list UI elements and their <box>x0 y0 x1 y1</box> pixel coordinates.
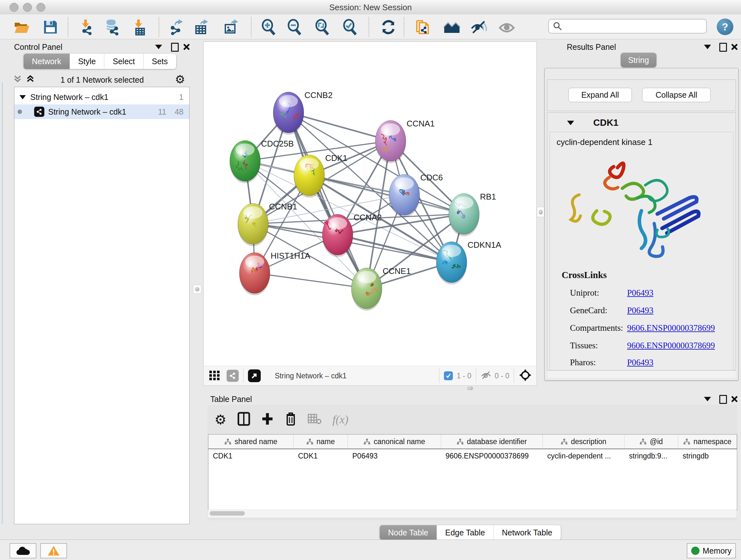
import-table-icon[interactable] <box>130 18 148 36</box>
table-settings-gear-icon[interactable]: ⚙ <box>214 412 226 428</box>
crosslink-compartments-link[interactable]: 9606.ENSP00000378699 <box>627 323 715 333</box>
crosslink-uniprot-link[interactable]: P06493 <box>627 288 654 298</box>
network-node[interactable]: HIST1H1A <box>239 251 311 295</box>
results-panel-float-icon[interactable] <box>719 43 727 52</box>
clone-network-icon[interactable] <box>414 18 431 36</box>
network-row-selected[interactable]: String Network – cdk1 11 48 <box>14 105 189 119</box>
network-edge[interactable] <box>338 235 452 262</box>
import-network-icon[interactable] <box>77 18 95 36</box>
table-cell[interactable]: stringdb:9... <box>624 449 678 462</box>
table-cell[interactable]: P06493 <box>348 449 441 462</box>
search-input[interactable] <box>548 19 707 34</box>
crosslink-tissues-link[interactable]: 9606.ENSP00000378699 <box>627 341 715 351</box>
open-session-icon[interactable] <box>13 18 30 36</box>
network-node[interactable]: CDC25B <box>230 139 294 183</box>
results-scrollbar[interactable] <box>548 370 735 378</box>
network-tree: String Network – cdk1 1 String Network –… <box>14 87 190 524</box>
table-scrollbar-thumb[interactable] <box>210 511 245 516</box>
save-session-icon[interactable] <box>42 18 59 36</box>
table-cell[interactable]: CDK1 <box>293 449 348 462</box>
network-options-gear-icon[interactable]: ⚙ <box>175 73 185 86</box>
export-network-icon[interactable] <box>167 18 185 36</box>
zoom-in-icon[interactable] <box>260 18 278 36</box>
zoom-selected-icon[interactable] <box>341 18 359 36</box>
hidden-node-edge-counts: 0 - 0 <box>495 372 509 380</box>
table-panel-collapse-icon[interactable] <box>704 397 711 401</box>
export-table-icon[interactable] <box>192 18 210 36</box>
zoom-out-icon[interactable] <box>286 18 304 36</box>
tab-style[interactable]: Style <box>70 54 105 69</box>
birdseye-grid-icon[interactable] <box>209 369 220 382</box>
network-node[interactable]: RB1 <box>449 192 496 236</box>
export-image-icon[interactable] <box>222 18 240 36</box>
network-collection-row[interactable]: String Network – cdk1 1 <box>14 90 189 105</box>
help-icon[interactable]: ? <box>717 18 733 35</box>
memory-button[interactable]: Memory <box>687 543 736 558</box>
add-column-icon[interactable] <box>261 412 274 427</box>
memory-label: Memory <box>703 546 731 556</box>
cloud-status-button[interactable] <box>10 543 37 558</box>
center-view-icon[interactable] <box>519 368 532 383</box>
network-edge[interactable] <box>255 273 367 288</box>
tab-node-table[interactable]: Node Table <box>380 525 437 540</box>
cloud-icon <box>16 546 30 556</box>
network-node[interactable]: CCNE1 <box>351 266 411 311</box>
tab-sets[interactable]: Sets <box>144 54 176 69</box>
table-cell[interactable]: stringdb <box>678 449 737 462</box>
collapse-all-button[interactable]: Collapse All <box>642 88 711 102</box>
network-node[interactable]: CDKN1A <box>436 240 501 285</box>
toolbar-separator <box>404 17 404 37</box>
control-panel-float-icon[interactable] <box>171 43 179 52</box>
crosslink-genecard-link[interactable]: P06493 <box>627 306 654 315</box>
tab-select[interactable]: Select <box>105 54 143 69</box>
selected-checkbox-icon[interactable] <box>444 371 453 380</box>
column-header[interactable]: database identifier <box>441 435 543 449</box>
node-label: CCNB1 <box>269 202 297 211</box>
network-node[interactable]: CCNB1 <box>238 202 297 246</box>
apply-layout-icon[interactable] <box>380 18 397 36</box>
bottom-splitter-handle[interactable] <box>467 386 473 390</box>
collapse-all-networks-icon[interactable] <box>13 74 22 85</box>
cdk1-section-collapse-icon[interactable] <box>567 121 574 125</box>
network-node[interactable]: CCNA1 <box>375 119 434 163</box>
delete-column-icon[interactable] <box>285 412 297 428</box>
open-view-window-icon[interactable] <box>248 369 261 382</box>
table-cell[interactable]: CDK1 <box>208 449 293 462</box>
network-canvas[interactable]: CCNB2CCNA1CDC25BCDK1CDC6RB1CCNB1CCNA2CDK… <box>203 42 537 366</box>
column-header[interactable]: shared name <box>208 435 293 449</box>
open-browser-icon[interactable] <box>443 18 461 36</box>
expand-all-networks-icon[interactable] <box>25 74 35 85</box>
zoom-fit-icon[interactable] <box>313 18 331 36</box>
crosslinks-title: CrossLinks <box>562 270 607 280</box>
tree-expand-icon[interactable] <box>19 95 26 99</box>
warnings-button[interactable] <box>40 543 67 558</box>
table-row[interactable]: CDK1CDK1P064939606.ENSP00000378699cyclin… <box>208 449 737 462</box>
import-network-database-icon[interactable] <box>104 18 121 36</box>
left-splitter-handle[interactable] <box>193 285 201 294</box>
expand-all-button[interactable]: Expand All <box>568 88 632 102</box>
table-header-row: shared namenamecanonical namedatabase id… <box>208 435 737 449</box>
network-edge[interactable] <box>288 112 367 288</box>
control-panel-collapse-icon[interactable] <box>155 45 162 49</box>
column-header[interactable]: namespace <box>678 435 737 449</box>
network-node[interactable]: CCNB2 <box>273 90 333 135</box>
tab-network[interactable]: Network <box>23 54 70 69</box>
column-header[interactable]: description <box>543 435 624 449</box>
netbar-separator <box>514 368 514 383</box>
table-cell[interactable]: cyclin-dependent ... <box>543 449 624 462</box>
show-columns-icon[interactable] <box>238 412 250 427</box>
tab-network-table[interactable]: Network Table <box>494 525 561 540</box>
table-panel-float-icon[interactable] <box>719 395 727 404</box>
table-cell[interactable]: 9606.ENSP00000378699 <box>441 449 543 462</box>
table-scrollbar[interactable] <box>208 509 737 517</box>
tab-string[interactable]: String <box>621 53 657 67</box>
right-splitter-handle[interactable] <box>537 207 544 217</box>
tab-edge-table[interactable]: Edge Table <box>437 525 494 540</box>
string-view-icon[interactable] <box>226 370 239 382</box>
column-header[interactable]: name <box>293 435 348 449</box>
column-header[interactable]: canonical name <box>348 435 441 449</box>
column-header[interactable]: @id <box>624 435 678 449</box>
results-panel-collapse-icon[interactable] <box>704 45 711 49</box>
crosslink-pharos-link[interactable]: P06493 <box>627 358 654 368</box>
hide-panel-icon[interactable] <box>470 18 488 36</box>
